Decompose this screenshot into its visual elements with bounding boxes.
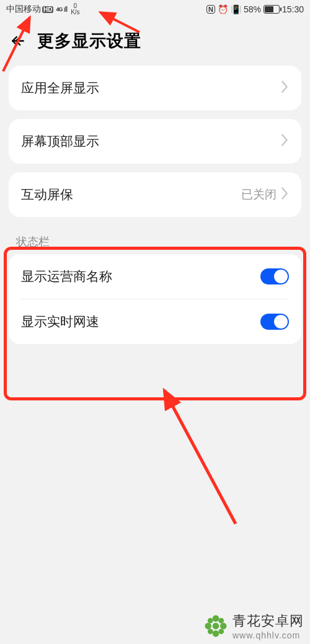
- netspeed-indicator: 0 K/s: [71, 3, 79, 15]
- toggle-show-carrier[interactable]: [260, 268, 289, 285]
- row-app-fullscreen[interactable]: 应用全屏显示: [9, 66, 301, 110]
- status-bar: 中国移动 HD 4G ıll 0 K/s N ⏰ 📳 58% 15:30: [0, 0, 310, 19]
- hd-badge: HD: [42, 6, 53, 13]
- chevron-right-icon: [280, 187, 289, 203]
- svg-point-6: [213, 615, 219, 622]
- row-label: 显示运营商名称: [21, 268, 260, 285]
- toggle-show-netspeed[interactable]: [260, 314, 289, 330]
- signal-icon: ıll: [63, 5, 67, 14]
- card-screensaver: 互动屏保 已关闭: [9, 172, 301, 217]
- alarm-icon: ⏰: [218, 4, 228, 14]
- watermark-name: 青花安卓网: [232, 612, 304, 630]
- row-show-carrier[interactable]: 显示运营商名称: [9, 254, 301, 299]
- card-fullscreen: 应用全屏显示: [9, 66, 301, 110]
- row-label: 应用全屏显示: [21, 79, 280, 97]
- chevron-right-icon: [280, 80, 289, 97]
- svg-point-5: [213, 623, 219, 630]
- svg-point-12: [208, 629, 213, 634]
- section-header-statusbar: 状态栏: [0, 226, 310, 254]
- vibrate-icon: 📳: [231, 4, 241, 14]
- annotation-arrow-3: [155, 384, 242, 527]
- svg-line-4: [164, 390, 236, 524]
- watermark-url: www.qhhlv.com: [232, 630, 304, 640]
- network-gen: 4G: [56, 6, 62, 12]
- chevron-right-icon: [280, 133, 289, 150]
- row-show-netspeed[interactable]: 显示实时网速: [9, 299, 301, 344]
- battery-icon: [264, 5, 280, 14]
- svg-point-8: [205, 623, 212, 630]
- card-statusbar-toggles: 显示运营商名称 显示实时网速: [9, 254, 301, 344]
- back-button[interactable]: [9, 32, 27, 50]
- row-top-display[interactable]: 屏幕顶部显示: [9, 119, 301, 164]
- row-label: 互动屏保: [21, 186, 241, 203]
- nfc-icon: N: [206, 5, 215, 14]
- row-label: 显示实时网速: [21, 313, 260, 330]
- row-value: 已关闭: [241, 187, 277, 203]
- watermark: 青花安卓网 www.qhhlv.com: [203, 612, 304, 640]
- svg-point-7: [213, 630, 219, 637]
- battery-percent: 58%: [244, 4, 261, 14]
- title-bar: 更多显示设置: [0, 19, 310, 66]
- svg-point-13: [218, 629, 224, 634]
- row-interactive-screensaver[interactable]: 互动屏保 已关闭: [9, 172, 301, 217]
- svg-point-11: [218, 618, 224, 624]
- card-topdisplay: 屏幕顶部显示: [9, 119, 301, 164]
- page-title: 更多显示设置: [37, 30, 141, 52]
- clock: 15:30: [282, 4, 304, 14]
- svg-point-9: [220, 623, 227, 630]
- svg-point-10: [208, 618, 213, 624]
- carrier-name: 中国移动: [6, 4, 41, 15]
- watermark-logo-icon: [203, 613, 229, 639]
- row-label: 屏幕顶部显示: [21, 133, 280, 150]
